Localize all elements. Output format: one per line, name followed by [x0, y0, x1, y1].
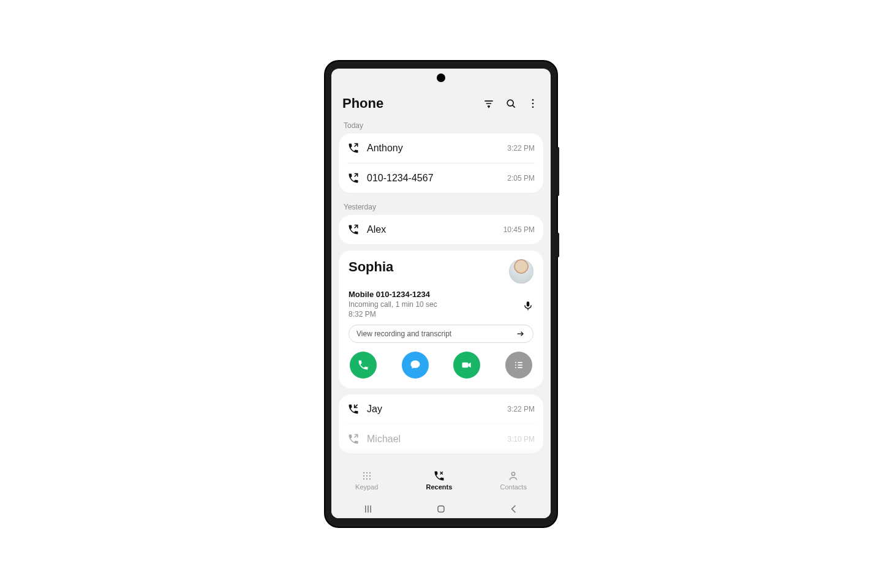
svg-point-6	[532, 103, 534, 105]
contact-name: Sophia	[349, 259, 393, 275]
call-time: 8:32 PM	[349, 310, 533, 318]
svg-point-7	[532, 107, 534, 108]
svg-point-28	[363, 478, 364, 480]
svg-line-4	[513, 105, 515, 108]
svg-point-27	[369, 475, 371, 477]
svg-point-5	[532, 99, 534, 101]
filter-icon[interactable]	[482, 97, 496, 110]
arrow-right-icon	[516, 329, 526, 339]
call-name: Michael	[367, 434, 507, 445]
outgoing-call-icon	[347, 142, 360, 154]
tab-label: Contacts	[500, 483, 527, 491]
call-time: 10:45 PM	[503, 225, 535, 234]
details-button[interactable]	[505, 352, 532, 379]
tab-recents[interactable]: Recents	[426, 470, 453, 491]
action-row	[349, 352, 533, 379]
svg-point-22	[363, 472, 364, 473]
section-label: Today	[339, 118, 543, 134]
call-time: 3:10 PM	[507, 435, 535, 443]
volume-button	[557, 147, 559, 196]
expanded-call-card: Sophia Mobile 010-1234-1234 Incoming cal…	[339, 251, 543, 388]
phone-frame: Phone	[325, 61, 557, 527]
svg-rect-11	[527, 301, 530, 306]
recents-nav-icon[interactable]	[362, 503, 374, 515]
screen: Phone	[331, 69, 551, 518]
svg-point-15	[515, 362, 516, 363]
call-row[interactable]: Michael 3:10 PM	[347, 424, 535, 454]
call-time: 3:22 PM	[507, 144, 535, 153]
call-group: Jay 3:22 PM Michael 3:10 PM	[339, 394, 543, 454]
more-icon[interactable]	[526, 97, 540, 110]
tab-label: Keypad	[355, 483, 378, 491]
system-nav	[331, 500, 551, 518]
svg-point-3	[507, 100, 513, 106]
search-icon[interactable]	[504, 97, 518, 110]
call-name: Jay	[367, 404, 507, 415]
tab-keypad[interactable]: Keypad	[355, 470, 378, 491]
call-row[interactable]: Anthony 3:22 PM	[339, 134, 543, 163]
svg-rect-14	[462, 363, 469, 368]
svg-point-17	[515, 364, 516, 366]
call-name: Alex	[367, 224, 503, 235]
svg-point-24	[369, 472, 371, 473]
tab-contacts[interactable]: Contacts	[500, 470, 527, 491]
contact-number: Mobile 010-1234-1234	[349, 290, 533, 299]
tab-label: Recents	[426, 483, 453, 491]
svg-point-19	[515, 367, 516, 368]
svg-point-30	[369, 478, 371, 480]
power-button	[557, 233, 559, 257]
message-button[interactable]	[402, 352, 429, 379]
avatar[interactable]	[509, 259, 533, 284]
svg-point-26	[366, 475, 368, 477]
svg-point-29	[366, 478, 368, 480]
svg-point-31	[512, 472, 515, 475]
call-time: 3:22 PM	[507, 405, 535, 413]
page-title: Phone	[342, 96, 383, 111]
incoming-call-icon	[347, 403, 360, 415]
call-row[interactable]: Jay 3:22 PM	[339, 394, 543, 424]
tab-bar: Keypad Recents Contacts	[331, 460, 551, 500]
home-nav-icon[interactable]	[435, 503, 447, 515]
recents-list: Today Anthony 3:22 PM	[331, 118, 551, 460]
back-nav-icon[interactable]	[508, 503, 520, 515]
call-row[interactable]: Alex 10:45 PM	[339, 215, 543, 244]
outgoing-call-icon	[347, 224, 360, 236]
call-button[interactable]	[350, 352, 377, 379]
outgoing-call-icon	[347, 172, 360, 184]
call-detail: Incoming call, 1 min 10 sec	[349, 300, 533, 309]
front-camera	[437, 74, 445, 82]
call-name: 010-1234-4567	[367, 173, 507, 184]
video-call-button[interactable]	[453, 352, 480, 379]
section-label: Yesterday	[339, 199, 543, 215]
svg-point-25	[363, 475, 364, 477]
call-group: Anthony 3:22 PM 010-1234-4567 2:05	[339, 134, 543, 193]
pill-label: View recording and transcript	[356, 330, 451, 338]
view-transcript-button[interactable]: View recording and transcript	[349, 325, 533, 343]
svg-rect-35	[438, 506, 444, 512]
call-name: Anthony	[367, 143, 507, 154]
call-group: Alex 10:45 PM	[339, 215, 543, 244]
svg-point-23	[366, 472, 368, 473]
outgoing-call-icon	[347, 433, 360, 445]
mic-icon	[522, 300, 533, 311]
call-time: 2:05 PM	[507, 174, 535, 183]
call-row[interactable]: 010-1234-4567 2:05 PM	[347, 163, 535, 193]
